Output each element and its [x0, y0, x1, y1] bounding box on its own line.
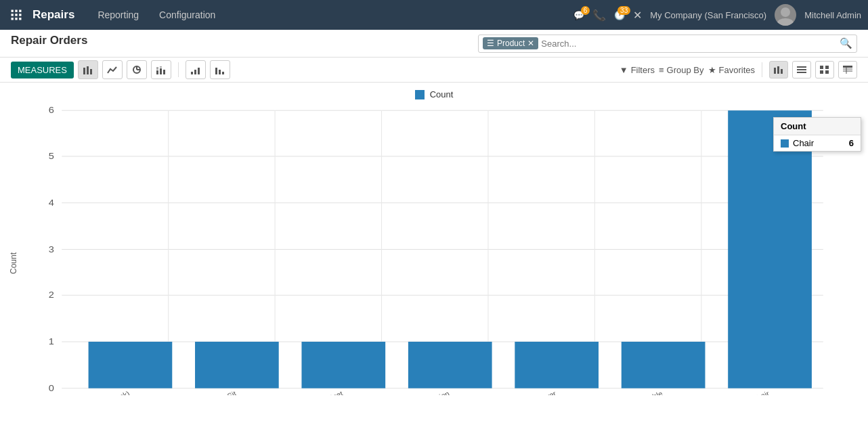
sort-desc-button[interactable] [210, 60, 230, 79]
bar-chair[interactable] [728, 110, 812, 388]
favorites-button[interactable]: ★ Favorites [708, 65, 755, 75]
alerts-badge: 33 [617, 6, 630, 15]
svg-rect-3 [12, 14, 14, 16]
search-bar: ☰ Product ✕ 🔍 [478, 35, 857, 53]
product-filter-tag[interactable]: ☰ Product ✕ [483, 37, 538, 49]
chart-legend: Count [7, 89, 861, 99]
svg-rect-34 [820, 66, 823, 69]
svg-rect-22 [191, 72, 193, 74]
stacked-chart-button[interactable] [151, 60, 171, 79]
svg-rect-23 [194, 70, 196, 74]
chart-view-button[interactable] [769, 61, 788, 78]
bar-chart-button[interactable] [78, 60, 98, 79]
alerts-icon-wrapper[interactable]: 🕐 33 [614, 10, 625, 20]
bar-4[interactable] [408, 342, 492, 388]
bar-6[interactable] [622, 342, 706, 388]
svg-text:4: 4 [49, 197, 54, 207]
nav-configuration[interactable]: Configuration [150, 5, 225, 24]
svg-text:[E-COM07] Large Cabinet: [E-COM07] Large Cabinet [261, 389, 344, 395]
legend-label: Count [430, 89, 454, 99]
svg-rect-26 [219, 70, 221, 74]
user-avatar [775, 4, 796, 26]
svg-point-10 [777, 18, 794, 26]
nav-reporting[interactable]: Reporting [88, 5, 148, 24]
svg-text:0: 0 [49, 382, 54, 392]
toolbar: MEASURES ▼ Filters ≡ Group By ★ Favorite… [0, 58, 868, 83]
svg-text:Chair: Chair [750, 389, 771, 395]
list-view-button[interactable] [792, 61, 811, 78]
svg-rect-38 [843, 66, 852, 68]
svg-rect-8 [19, 18, 21, 20]
page-title: Repair Orders [11, 34, 464, 47]
bar-2[interactable] [195, 342, 279, 388]
svg-rect-28 [774, 68, 776, 74]
phone-icon[interactable]: 📞 [592, 9, 606, 22]
legend-color-box [415, 90, 425, 99]
svg-rect-30 [781, 69, 783, 74]
svg-point-9 [781, 7, 790, 17]
search-submit-button[interactable]: 🔍 [840, 37, 852, 49]
tooltip-header: Count [774, 118, 861, 135]
chart-area: Count 6 5 4 3 2 1 0 [7, 104, 861, 395]
line-chart-button[interactable] [102, 60, 123, 79]
svg-text:[E-COM06] Corner Desk Right Si: [E-COM06] Corner Desk Right Sit [131, 389, 237, 395]
groupby-button[interactable]: ≡ Group By [659, 65, 704, 75]
sort-asc-button[interactable] [186, 60, 206, 79]
svg-rect-25 [215, 68, 217, 74]
bar-5[interactable] [515, 342, 599, 388]
svg-rect-19 [160, 68, 162, 74]
svg-text:[DESK0004] Customizable Desk (: [DESK0004] Customizable Desk (Aluminium,… [24, 389, 131, 395]
svg-rect-4 [15, 14, 17, 16]
chart-wrapper: Count Count 6 5 4 3 2 1 0 [0, 83, 868, 401]
tooltip-row: Chair 6 [774, 135, 861, 151]
filter-icon: ▼ [620, 65, 628, 75]
app-title: Repairs [32, 8, 74, 22]
svg-rect-6 [12, 18, 14, 20]
chart-svg: 6 5 4 3 2 1 0 [24, 104, 861, 395]
settings-icon[interactable]: ✕ [633, 9, 642, 22]
user-name: Mitchell Admin [804, 10, 861, 20]
svg-rect-13 [90, 69, 92, 74]
svg-rect-21 [163, 70, 165, 74]
measures-button[interactable]: MEASURES [11, 62, 74, 78]
bar-1[interactable] [89, 342, 173, 388]
svg-rect-7 [15, 18, 17, 20]
tooltip-item-value: 6 [849, 138, 854, 148]
svg-rect-36 [820, 70, 823, 74]
svg-rect-35 [825, 66, 829, 69]
svg-text:1: 1 [49, 336, 54, 346]
company-name: My Company (San Francisco) [650, 10, 766, 20]
svg-rect-27 [222, 72, 224, 74]
search-input[interactable] [538, 37, 840, 50]
pivot-view-button[interactable] [838, 61, 857, 78]
groupby-icon: ≡ [659, 65, 664, 75]
apps-menu-icon[interactable] [7, 5, 26, 24]
svg-text:3: 3 [49, 244, 54, 254]
pie-chart-button[interactable] [127, 60, 147, 79]
svg-rect-37 [825, 70, 829, 74]
tooltip-item-label: Chair [793, 138, 845, 148]
nav-menu: Reporting Configuration [88, 5, 567, 24]
messages-icon-wrapper[interactable]: 💬 6 [573, 10, 584, 20]
filter-tag-close[interactable]: ✕ [527, 39, 534, 48]
svg-rect-17 [156, 70, 158, 74]
bar-3[interactable] [301, 342, 385, 388]
filters-button[interactable]: ▼ Filters [620, 65, 655, 75]
y-axis-label: Count [7, 104, 20, 395]
svg-rect-1 [15, 10, 17, 12]
svg-rect-29 [777, 66, 779, 74]
svg-rect-5 [19, 14, 21, 16]
svg-text:[FURN_7800] Desk Combination: [FURN_7800] Desk Combination [347, 389, 451, 395]
svg-rect-24 [198, 68, 200, 74]
svg-rect-18 [156, 67, 158, 70]
svg-text:6: 6 [49, 105, 54, 115]
filter-tag-icon: ☰ [487, 39, 494, 48]
svg-rect-11 [83, 68, 85, 74]
topnav-right: 💬 6 📞 🕐 33 ✕ My Company (San Francisco) … [573, 4, 861, 26]
filter-tag-label: Product [497, 39, 525, 48]
svg-rect-2 [19, 10, 21, 12]
messages-badge: 6 [581, 6, 590, 15]
kanban-view-button[interactable] [815, 61, 834, 78]
star-icon: ★ [708, 65, 716, 75]
svg-text:[FURN_8855] Drawer: [FURN_8855] Drawer [487, 389, 558, 395]
